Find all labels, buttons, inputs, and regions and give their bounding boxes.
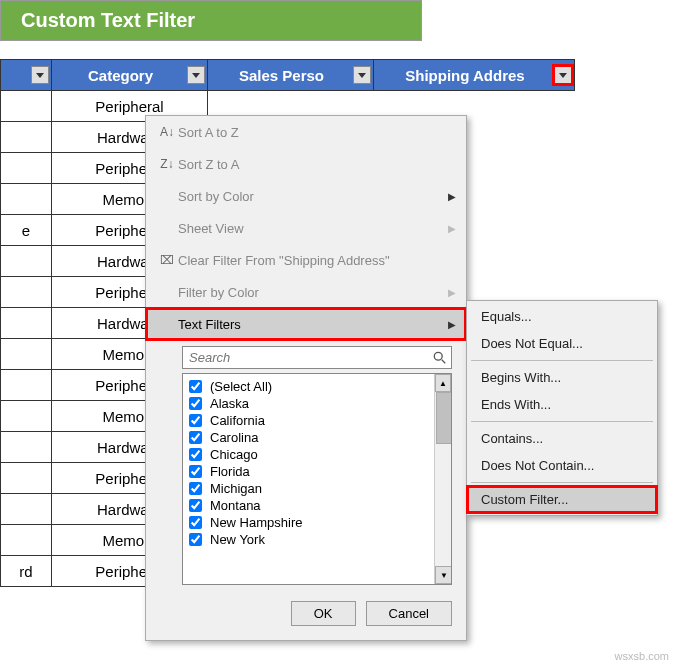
checklist-item[interactable]: California bbox=[189, 412, 445, 429]
separator bbox=[471, 360, 653, 361]
checklist-item[interactable]: Chicago bbox=[189, 446, 445, 463]
checklist-label: Montana bbox=[210, 498, 261, 513]
submenu-contains[interactable]: Contains... bbox=[467, 425, 657, 452]
checklist-item[interactable]: Michigan bbox=[189, 480, 445, 497]
header-blank[interactable] bbox=[1, 60, 52, 91]
ok-button[interactable]: OK bbox=[291, 601, 356, 626]
checkbox[interactable] bbox=[189, 482, 202, 495]
checkbox[interactable] bbox=[189, 499, 202, 512]
menu-sort-za[interactable]: Z↓ Sort Z to A bbox=[146, 148, 466, 180]
cell[interactable] bbox=[1, 339, 52, 370]
cell[interactable] bbox=[1, 246, 52, 277]
checklist-label: California bbox=[210, 413, 265, 428]
checkbox[interactable] bbox=[189, 414, 202, 427]
menu-label: Sort by Color bbox=[178, 189, 448, 204]
checklist-item[interactable]: New York bbox=[189, 531, 445, 548]
checklist-label: (Select All) bbox=[210, 379, 272, 394]
checklist-item[interactable]: New Hampshire bbox=[189, 514, 445, 531]
cell[interactable] bbox=[1, 153, 52, 184]
separator bbox=[471, 421, 653, 422]
watermark: wsxsb.com bbox=[615, 650, 669, 662]
menu-label: Sheet View bbox=[178, 221, 448, 236]
menu-label: Clear Filter From "Shipping Address" bbox=[178, 253, 456, 268]
checklist-item[interactable]: Florida bbox=[189, 463, 445, 480]
cell[interactable]: e bbox=[1, 215, 52, 246]
checkbox[interactable] bbox=[189, 448, 202, 461]
filter-dropdown-menu: A↓ Sort A to Z Z↓ Sort Z to A Sort by Co… bbox=[145, 115, 467, 641]
chevron-right-icon: ▶ bbox=[448, 287, 456, 298]
scrollbar-thumb[interactable] bbox=[436, 392, 452, 444]
chevron-right-icon: ▶ bbox=[448, 319, 456, 330]
checklist-label: Alaska bbox=[210, 396, 249, 411]
checklist-item[interactable]: Alaska bbox=[189, 395, 445, 412]
page-title: Custom Text Filter bbox=[0, 0, 422, 41]
header-label: Sales Perso bbox=[239, 67, 324, 84]
header-sales-person[interactable]: Sales Perso bbox=[208, 60, 374, 91]
cell[interactable] bbox=[1, 91, 52, 122]
checkbox[interactable] bbox=[189, 465, 202, 478]
checklist-label: Chicago bbox=[210, 447, 258, 462]
checkbox[interactable] bbox=[189, 397, 202, 410]
checkbox[interactable] bbox=[189, 533, 202, 546]
scrollbar[interactable]: ▲ ▼ bbox=[434, 374, 451, 584]
cell[interactable] bbox=[1, 308, 52, 339]
filter-dropdown-icon[interactable] bbox=[187, 66, 205, 84]
search-icon bbox=[433, 351, 447, 365]
cell[interactable] bbox=[1, 370, 52, 401]
chevron-right-icon: ▶ bbox=[448, 223, 456, 234]
search-box[interactable] bbox=[182, 346, 452, 369]
scroll-up-icon[interactable]: ▲ bbox=[435, 374, 451, 392]
header-shipping-address[interactable]: Shipping Addres bbox=[374, 60, 575, 91]
submenu-custom-filter[interactable]: Custom Filter... bbox=[467, 486, 657, 513]
cancel-button[interactable]: Cancel bbox=[366, 601, 452, 626]
svg-point-0 bbox=[434, 352, 442, 360]
menu-sheet-view: Sheet View ▶ bbox=[146, 212, 466, 244]
checklist-item[interactable]: (Select All) bbox=[189, 378, 445, 395]
menu-sort-az[interactable]: A↓ Sort A to Z bbox=[146, 116, 466, 148]
submenu-not-equal[interactable]: Does Not Equal... bbox=[467, 330, 657, 357]
checklist-label: New York bbox=[210, 532, 265, 547]
checklist-item[interactable]: Carolina bbox=[189, 429, 445, 446]
search-input[interactable] bbox=[187, 349, 433, 366]
filter-dropdown-icon[interactable] bbox=[554, 66, 572, 84]
filter-dropdown-icon[interactable] bbox=[353, 66, 371, 84]
cell[interactable] bbox=[1, 277, 52, 308]
search-row bbox=[146, 340, 466, 373]
cell[interactable] bbox=[1, 432, 52, 463]
cell[interactable] bbox=[1, 494, 52, 525]
text-filters-submenu: Equals... Does Not Equal... Begins With.… bbox=[466, 300, 658, 516]
cell[interactable] bbox=[1, 122, 52, 153]
menu-label: Sort A to Z bbox=[178, 125, 456, 140]
menu-label: Text Filters bbox=[178, 317, 448, 332]
checkbox[interactable] bbox=[189, 380, 202, 393]
cell[interactable] bbox=[1, 525, 52, 556]
checkbox[interactable] bbox=[189, 431, 202, 444]
submenu-equals[interactable]: Equals... bbox=[467, 303, 657, 330]
chevron-right-icon: ▶ bbox=[448, 191, 456, 202]
cell[interactable] bbox=[1, 401, 52, 432]
menu-label: Sort Z to A bbox=[178, 157, 456, 172]
checkbox[interactable] bbox=[189, 516, 202, 529]
separator bbox=[471, 482, 653, 483]
submenu-not-contain[interactable]: Does Not Contain... bbox=[467, 452, 657, 479]
menu-sort-color[interactable]: Sort by Color ▶ bbox=[146, 180, 466, 212]
checklist-item[interactable]: Montana bbox=[189, 497, 445, 514]
sort-az-icon: A↓ bbox=[156, 125, 178, 139]
svg-line-1 bbox=[442, 359, 446, 363]
cell[interactable] bbox=[1, 184, 52, 215]
header-label: Category bbox=[88, 67, 153, 84]
filter-dropdown-icon[interactable] bbox=[31, 66, 49, 84]
checklist-label: Michigan bbox=[210, 481, 262, 496]
scroll-down-icon[interactable]: ▼ bbox=[435, 566, 452, 584]
cell[interactable] bbox=[1, 463, 52, 494]
header-category[interactable]: Category bbox=[52, 60, 208, 91]
checklist-label: New Hampshire bbox=[210, 515, 302, 530]
checklist-label: Carolina bbox=[210, 430, 258, 445]
submenu-begins-with[interactable]: Begins With... bbox=[467, 364, 657, 391]
checklist-label: Florida bbox=[210, 464, 250, 479]
menu-text-filters[interactable]: Text Filters ▶ bbox=[146, 308, 466, 340]
menu-filter-color: Filter by Color ▶ bbox=[146, 276, 466, 308]
menu-clear-filter: ⌧ Clear Filter From "Shipping Address" bbox=[146, 244, 466, 276]
cell[interactable]: rd bbox=[1, 556, 52, 587]
submenu-ends-with[interactable]: Ends With... bbox=[467, 391, 657, 418]
